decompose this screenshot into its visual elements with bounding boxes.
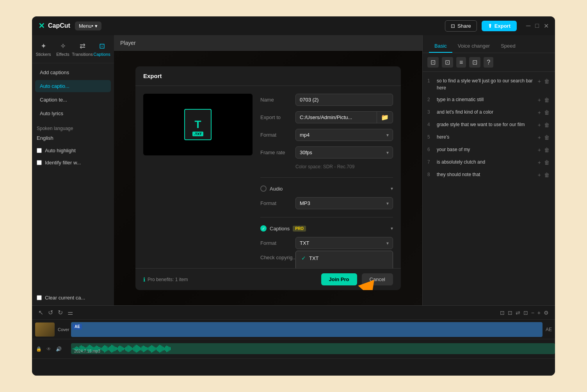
- toolbar-item-transitions[interactable]: ⇄ Transitions: [73, 39, 92, 60]
- caption-item-5: 5 here's + 🗑: [423, 131, 555, 144]
- tab-voice-changer-label: Voice changer: [458, 43, 490, 49]
- waveform-bar: [130, 346, 131, 351]
- waveform-bar: [107, 346, 107, 351]
- caption-add-btn-7[interactable]: +: [537, 159, 542, 166]
- audio-track-area[interactable]: // Generate waveform bars const waveform…: [71, 339, 555, 358]
- caption-delete-btn-1[interactable]: 🗑: [543, 77, 550, 85]
- timeline-zoom-out[interactable]: −: [531, 310, 534, 316]
- audio-toggle-icon[interactable]: ▾: [391, 186, 393, 191]
- caption-add-btn-1[interactable]: +: [537, 77, 542, 85]
- export-button[interactable]: ⬆ Export: [482, 21, 517, 31]
- caption-text-7: is absolutely clutch and: [437, 159, 534, 166]
- audio-volume-button[interactable]: 🔊: [55, 346, 62, 353]
- identify-filler-checkbox[interactable]: [37, 160, 42, 165]
- undo-button[interactable]: ↺: [48, 309, 53, 316]
- help-btn[interactable]: ?: [484, 57, 493, 68]
- timeline-zoom-in[interactable]: +: [537, 310, 541, 316]
- caption-add-btn-8[interactable]: +: [537, 171, 542, 179]
- captions-toggle-icon[interactable]: ▾: [391, 226, 393, 231]
- audio-checkbox[interactable]: [260, 185, 267, 192]
- right-panel: Basic Voice changer Speed ⊡ ⊡ ≡ ⊡ ? 1: [422, 35, 555, 305]
- tab-voice-changer[interactable]: Voice changer: [452, 40, 495, 53]
- frame-rate-select[interactable]: 30fps ▾: [295, 146, 393, 159]
- toolbar-item-effects[interactable]: ✧ Effects: [53, 39, 73, 60]
- dialog-body: T .TXT Name: [135, 86, 401, 268]
- menu-button[interactable]: Menu• ▾: [75, 21, 101, 30]
- waveform-bar: [122, 347, 123, 351]
- timeline-tool-1[interactable]: ⊡: [500, 310, 505, 316]
- name-input[interactable]: [295, 94, 393, 106]
- audio-section-header: Audio ▾: [260, 185, 393, 192]
- text-align-btn[interactable]: ≡: [456, 57, 466, 68]
- check-copyright-label: Check copyrig...: [260, 255, 297, 260]
- audio-track-clip: // Generate waveform bars const waveform…: [71, 343, 555, 354]
- auto-highlight-label: Auto highlight: [45, 148, 76, 153]
- redo-button[interactable]: ↻: [58, 309, 63, 316]
- caption-num-7: 7: [427, 159, 434, 165]
- minimize-button[interactable]: ─: [526, 22, 530, 30]
- waveform-bar: [165, 346, 166, 351]
- folder-icon[interactable]: 📁: [377, 112, 393, 123]
- caption-add-btn-3[interactable]: +: [537, 109, 542, 116]
- caption-delete-btn-7[interactable]: 🗑: [543, 159, 550, 166]
- text-format-btn-1[interactable]: ⊡: [427, 57, 439, 68]
- identify-filler-label: Identify filler w...: [45, 160, 81, 166]
- caption-delete-btn-2[interactable]: 🗑: [543, 96, 550, 104]
- format-select[interactable]: mp4 ▾: [295, 129, 393, 141]
- side-menu-auto-lyrics[interactable]: Auto lyrics: [35, 107, 111, 119]
- app-window: ✕ CapCut Menu• ▾ ⊡ Share ⬆ Export ─ □ ✕: [32, 16, 555, 376]
- side-menu-caption-te[interactable]: Caption te...: [35, 94, 111, 106]
- tab-basic[interactable]: Basic: [429, 40, 452, 53]
- audio-eye-button[interactable]: 👁: [46, 346, 52, 353]
- caption-delete-btn-3[interactable]: 🗑: [543, 109, 550, 116]
- video-track-area[interactable]: AЕ: [71, 320, 543, 339]
- timeline-area: ↖ ↺ ↻ ⚌ ⊡ ⊡ ⇄ ⊡ − + ⚙ Cover: [32, 305, 555, 376]
- footer-info: ℹ Pro benefits: 1 item: [143, 276, 317, 283]
- export-to-input[interactable]: [296, 112, 377, 123]
- audio-format-select[interactable]: MP3 ▾: [295, 197, 393, 209]
- format-value: mp4: [300, 132, 310, 138]
- join-pro-button[interactable]: Join Pro: [321, 273, 357, 285]
- captions-checkbox[interactable]: ✓: [260, 225, 267, 232]
- cursor-tool-button[interactable]: ↖: [38, 309, 43, 316]
- waveform-bar: [115, 347, 116, 351]
- caption-delete-btn-5[interactable]: 🗑: [543, 134, 550, 141]
- caption-add-btn-5[interactable]: +: [537, 134, 542, 141]
- caption-delete-btn-4[interactable]: 🗑: [543, 121, 550, 129]
- dropdown-item-txt[interactable]: ✓ TXT: [296, 251, 393, 265]
- maximize-button[interactable]: □: [535, 22, 539, 30]
- preview-box: T .TXT: [143, 94, 253, 155]
- waveform-bar: [136, 345, 137, 353]
- toolbar-item-captions[interactable]: ⊡ Captions: [92, 39, 112, 60]
- split-button[interactable]: ⚌: [68, 309, 73, 316]
- close-button[interactable]: ✕: [544, 22, 549, 30]
- timeline-tool-3[interactable]: ⇄: [516, 310, 520, 316]
- tab-speed[interactable]: Speed: [495, 40, 521, 53]
- waveform-bar: [143, 346, 144, 352]
- caption-add-btn-2[interactable]: +: [537, 96, 542, 104]
- auto-highlight-checkbox[interactable]: [37, 148, 42, 153]
- caption-text-3: and let's find kind of a color: [437, 109, 534, 116]
- caption-delete-btn-6[interactable]: 🗑: [543, 146, 550, 154]
- toolbar-item-stickers[interactable]: ✦ Stickers: [34, 39, 53, 60]
- captions-format-label: Format: [260, 240, 292, 246]
- dropdown-item-srt[interactable]: SRT: [296, 265, 393, 268]
- timeline-tool-4[interactable]: ⊡: [523, 310, 528, 316]
- text-style-btn[interactable]: ⊡: [469, 57, 480, 68]
- caption-add-btn-6[interactable]: +: [537, 146, 542, 154]
- timeline-settings[interactable]: ⚙: [544, 310, 549, 316]
- audio-lock-button[interactable]: 🔒: [35, 346, 43, 353]
- timeline-tool-2[interactable]: ⊡: [508, 310, 512, 316]
- caption-num-4: 4: [427, 121, 434, 127]
- caption-delete-btn-8[interactable]: 🗑: [543, 171, 550, 179]
- text-format-btn-2[interactable]: ⊡: [442, 57, 453, 68]
- waveform-bar: [157, 347, 158, 351]
- clear-caption-checkbox[interactable]: [37, 295, 42, 300]
- side-menu-auto-caption[interactable]: Auto captio...: [35, 80, 111, 92]
- side-menu-add-captions[interactable]: Add captions: [35, 66, 111, 78]
- caption-add-btn-4[interactable]: +: [537, 121, 542, 129]
- share-button[interactable]: ⊡ Share: [445, 20, 477, 32]
- waveform-bar: [148, 347, 148, 350]
- captions-format-dropdown[interactable]: TXT ▾ ✓ TXT: [295, 237, 393, 249]
- captions-format-trigger[interactable]: TXT ▾: [295, 237, 393, 249]
